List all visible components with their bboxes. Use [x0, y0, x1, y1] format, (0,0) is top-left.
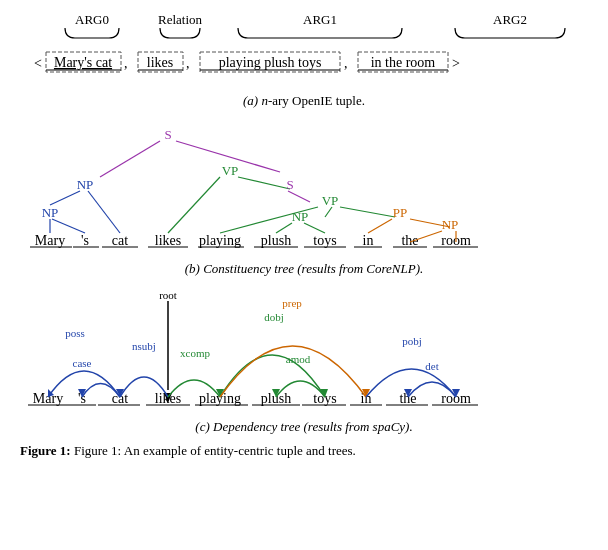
edge-s2-vp2: [288, 191, 310, 202]
n-ary-text: n-ary OpenIE tuple.: [261, 93, 365, 108]
edge-np3-plush: [276, 223, 292, 233]
word-playing: playing: [199, 233, 241, 248]
arg2-text: in the room: [371, 55, 436, 70]
edge-pp-in: [368, 219, 392, 233]
edge-vp-s2: [238, 177, 290, 189]
comma3: ,: [344, 56, 348, 71]
arg2-label: ARG2: [493, 12, 527, 27]
word-plush: plush: [261, 233, 291, 248]
edge-s-np: [100, 141, 160, 177]
node-vp2: VP: [322, 193, 339, 208]
dep-label-nsubj: nsubj: [132, 340, 156, 352]
node-np4: NP: [442, 217, 459, 232]
arg1-text: playing plush toys: [219, 55, 322, 70]
word-toys: toys: [313, 233, 336, 248]
comma1: ,: [124, 56, 128, 71]
node-s: S: [164, 127, 171, 142]
section-c-caption: (c) Dependency tree (results from spaCy)…: [20, 419, 588, 435]
dep-label-prep: prep: [282, 297, 302, 309]
dep-label-case: case: [73, 357, 92, 369]
figure-number: Figure 1:: [20, 443, 71, 458]
node-s2: S: [286, 177, 293, 192]
edge-vp2-pp: [340, 207, 395, 217]
section-b-caption: (b) Constituency tree (results from Core…: [20, 261, 588, 277]
node-np2: NP: [77, 177, 94, 192]
figure-container: ARG0 Relation ARG1 ARG2 < Mary's cat , l…: [0, 0, 608, 469]
dependency-tree-svg: Mary 's cat likes playing plush toys in …: [20, 285, 590, 415]
constituency-tree-svg: Mary 's cat likes playing plush toys in …: [20, 117, 590, 257]
tuple-close: >: [452, 56, 460, 71]
word-in: in: [363, 233, 374, 248]
relation-brace: [160, 28, 200, 38]
dep-label-xcomp: xcomp: [180, 347, 210, 359]
dep-label-amod: amod: [286, 353, 311, 365]
tuple-open: <: [34, 56, 42, 71]
word-cat: cat: [112, 233, 128, 248]
edge-np2-np: [50, 191, 80, 205]
comma2: ,: [186, 56, 190, 71]
section-a-caption: (a) n-ary OpenIE tuple.: [20, 93, 588, 109]
arg0-text: Mary's cat: [54, 55, 112, 70]
arg1-label: ARG1: [303, 12, 337, 27]
dep-label-dobj: dobj: [264, 311, 284, 323]
edge-np3-toys: [304, 223, 325, 233]
word-s: 's: [81, 233, 89, 248]
arg0-brace: [65, 28, 119, 38]
edge-vp2-np3: [325, 207, 332, 217]
arg2-brace: [455, 28, 565, 38]
node-vp: VP: [222, 163, 239, 178]
relation-label: Relation: [158, 12, 203, 27]
section-a: ARG0 Relation ARG1 ARG2 < Mary's cat , l…: [20, 10, 588, 109]
edge-vp-likes: [168, 177, 220, 233]
relation-text: likes: [147, 55, 173, 70]
edge-np-s: [52, 219, 85, 233]
word-mary: Mary: [35, 233, 65, 248]
node-np3: NP: [292, 209, 309, 224]
arg1-brace: [238, 28, 402, 38]
figure-caption-text: Figure 1: An example of entity-centric t…: [74, 443, 356, 458]
node-pp: PP: [393, 205, 407, 220]
edge-np2-cat: [88, 191, 120, 233]
dep-label-poss: poss: [65, 327, 85, 339]
word-likes: likes: [155, 233, 181, 248]
dep-label-det: det: [425, 360, 438, 372]
node-np-mary: NP: [42, 205, 59, 220]
arg0-label: ARG0: [75, 12, 109, 27]
tuple-svg: ARG0 Relation ARG1 ARG2 < Mary's cat , l…: [20, 10, 590, 85]
dep-label-root: root: [159, 289, 177, 301]
dep-label-pobj: pobj: [402, 335, 422, 347]
figure-caption: Figure 1: Figure 1: An example of entity…: [20, 443, 588, 459]
